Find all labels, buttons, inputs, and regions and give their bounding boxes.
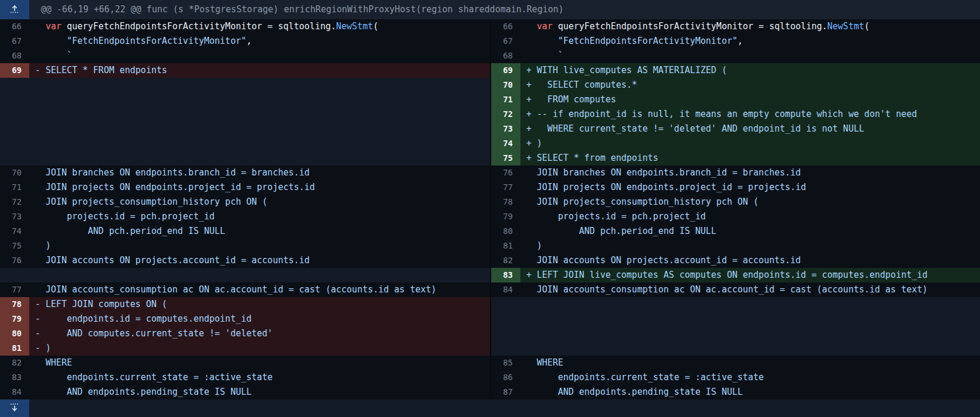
line-number[interactable]: 72 — [0, 195, 29, 209]
line-number[interactable]: 82 — [491, 253, 520, 268]
code-line: JOIN accounts ON projects.account_id = a… — [520, 253, 980, 268]
line-number[interactable]: 70 — [491, 78, 520, 92]
diff-marker — [35, 387, 46, 397]
diff-cell-left: 72 JOIN projects_consumption_history pch… — [0, 195, 490, 209]
line-number — [0, 136, 29, 151]
code-token: ( — [864, 21, 869, 32]
code-token: AND pch.period_end IS NULL — [46, 226, 225, 236]
diff-row: 80- AND computes.current_state != 'delet… — [0, 326, 980, 341]
diff-marker — [526, 21, 537, 32]
line-number[interactable]: 74 — [0, 224, 29, 239]
code-token: JOIN accounts_consumption ac ON ac.accou… — [537, 284, 927, 295]
code-token: projects.id = pch.project_id — [537, 211, 706, 222]
line-number[interactable]: 75 — [491, 151, 520, 166]
diff-row: 73+ WHERE current_state != 'deleted' AND… — [0, 122, 980, 136]
diff-cell-left — [0, 92, 490, 107]
line-number[interactable]: 80 — [0, 326, 29, 341]
code-token: , — [246, 36, 251, 46]
code-line: WHERE — [29, 356, 490, 370]
hunk-header: @@ -66,19 +66,22 @@ func (s *PostgresSto… — [0, 0, 980, 19]
code-token: ) — [46, 240, 51, 251]
diff-row: 84 AND endpoints.pending_state IS NULL87… — [0, 385, 980, 399]
line-number[interactable]: 84 — [491, 282, 520, 297]
line-number[interactable]: 79 — [0, 312, 29, 326]
expand-up-button[interactable] — [0, 0, 29, 19]
code-token: SELECT * FROM endpoints — [46, 65, 167, 75]
diff-cell-right: 80 AND pch.period_end IS NULL — [490, 224, 980, 239]
code-line: + SELECT * from endpoints — [520, 151, 980, 166]
line-number — [0, 78, 29, 92]
line-number[interactable]: 71 — [491, 92, 520, 107]
line-number[interactable]: 77 — [0, 282, 29, 297]
line-number[interactable]: 79 — [491, 209, 520, 224]
line-number[interactable]: 69 — [491, 63, 520, 78]
diff-row: 67 "FetchEndpointsForActivityMonitor",67… — [0, 34, 980, 49]
diff-cell-right — [490, 297, 980, 312]
line-number[interactable]: 78 — [491, 195, 520, 209]
diff-marker — [35, 167, 46, 178]
code-line: JOIN projects_consumption_history pch ON… — [520, 195, 980, 209]
line-number[interactable]: 74 — [491, 136, 520, 151]
diff-cell-right: 68 ` — [490, 49, 980, 63]
line-number[interactable]: 81 — [491, 239, 520, 253]
code-line: - ) — [29, 341, 490, 356]
line-number[interactable]: 66 — [0, 19, 29, 34]
diff-cell-right: 76 JOIN branches ON endpoints.branch_id … — [490, 166, 980, 180]
line-number[interactable]: 78 — [0, 297, 29, 312]
line-number[interactable]: 76 — [0, 253, 29, 268]
line-number[interactable]: 86 — [491, 370, 520, 385]
line-number[interactable]: 83 — [0, 370, 29, 385]
line-number[interactable]: 69 — [0, 63, 29, 78]
line-number[interactable]: 82 — [0, 356, 29, 370]
diff-body: 66 var queryFetchEndpointsForActivityMon… — [0, 19, 980, 399]
code-line: + -- if endpoint_id is null, it means an… — [520, 107, 980, 122]
expand-down-button[interactable] — [0, 399, 29, 417]
diff-cell-right — [490, 341, 980, 356]
code-token: NewStmt — [336, 21, 373, 32]
line-number[interactable]: 76 — [491, 166, 520, 180]
line-number[interactable]: 72 — [491, 107, 520, 122]
line-number[interactable]: 68 — [491, 49, 520, 63]
line-number[interactable]: 66 — [491, 19, 520, 34]
line-number[interactable]: 87 — [491, 385, 520, 399]
diff-cell-right: 72+ -- if endpoint_id is null, it means … — [490, 107, 980, 122]
line-number[interactable]: 84 — [0, 385, 29, 399]
line-number[interactable]: 71 — [0, 180, 29, 195]
diff-marker — [526, 211, 537, 222]
diff-marker — [526, 50, 537, 61]
diff-row: 72 JOIN projects_consumption_history pch… — [0, 195, 980, 209]
code-line: + SELECT computes.* — [520, 78, 980, 92]
line-number[interactable]: 85 — [491, 356, 520, 370]
code-token: endpoints.current_state = :active_state — [46, 372, 272, 382]
line-number[interactable]: 80 — [491, 224, 520, 239]
diff-marker: + — [526, 80, 537, 90]
line-number[interactable]: 73 — [0, 209, 29, 224]
diff-row: 71 JOIN projects ON endpoints.project_id… — [0, 180, 980, 195]
diff-marker: + — [526, 109, 537, 119]
line-number[interactable]: 77 — [491, 180, 520, 195]
line-number[interactable]: 67 — [0, 34, 29, 49]
diff-marker — [526, 284, 537, 295]
diff-cell-left: 66 var queryFetchEndpointsForActivityMon… — [0, 19, 490, 34]
code-line: - endpoints.id = computes.endpoint_id — [29, 312, 490, 326]
diff-cell-left: 83 endpoints.current_state = :active_sta… — [0, 370, 490, 385]
code-line: AND pch.period_end IS NULL — [29, 224, 490, 239]
diff-row: 81- ) — [0, 341, 980, 356]
line-number[interactable]: 68 — [0, 49, 29, 63]
line-number[interactable]: 67 — [491, 34, 520, 49]
code-line — [29, 268, 490, 282]
code-line: AND endpoints.pending_state IS NULL — [29, 385, 490, 399]
diff-row: 69- SELECT * FROM endpoints69+ WITH live… — [0, 63, 980, 78]
line-number — [491, 312, 520, 326]
diff-row: 79- endpoints.id = computes.endpoint_id — [0, 312, 980, 326]
line-number[interactable]: 70 — [0, 166, 29, 180]
line-number[interactable]: 81 — [0, 341, 29, 356]
code-line: JOIN branches ON endpoints.branch_id = b… — [29, 166, 490, 180]
line-number[interactable]: 75 — [0, 239, 29, 253]
code-line — [520, 297, 980, 312]
code-line: + WITH live_computes AS MATERIALIZED ( — [520, 63, 980, 78]
line-number[interactable]: 73 — [491, 122, 520, 136]
code-line: WHERE — [520, 356, 980, 370]
diff-marker — [526, 387, 537, 397]
line-number[interactable]: 83 — [491, 268, 520, 282]
